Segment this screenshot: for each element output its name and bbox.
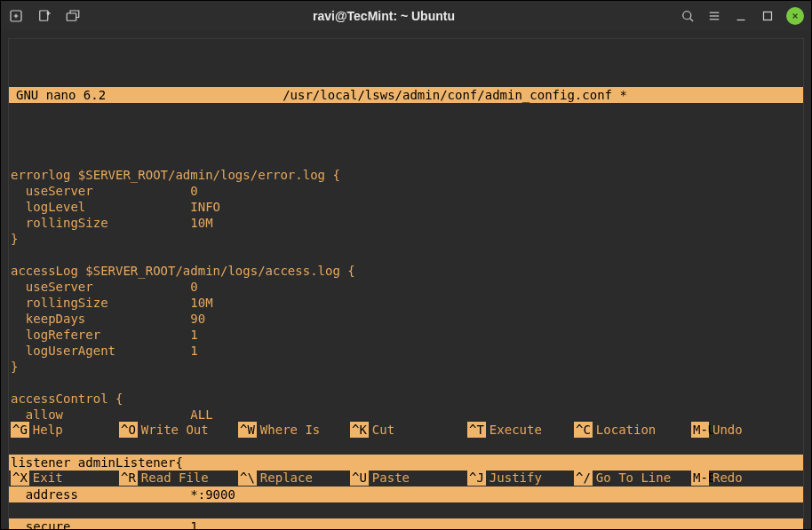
config-entry: useServer 0 <box>9 184 200 198</box>
shortcut-label: Redo <box>712 470 789 486</box>
svg-line-8 <box>690 19 693 21</box>
shortcut: ^OWrite Out <box>119 422 238 438</box>
shortcut: ^TExecute <box>467 422 574 438</box>
shortcut-key: ^J <box>467 470 486 486</box>
shortcut-label: Write Out <box>141 422 218 438</box>
nano-header: GNU nano 6.2 /usr/local/lsws/admin/conf/… <box>9 87 803 103</box>
new-window-icon[interactable] <box>36 8 52 24</box>
maximize-icon[interactable] <box>760 8 776 24</box>
section-header: accessLog $SERVER_ROOT/admin/logs/access… <box>9 264 357 278</box>
shortcut-label: Help <box>33 422 109 438</box>
close-brace: } <box>9 360 20 374</box>
shortcut-key: M-U <box>691 422 709 438</box>
blank-line <box>9 248 20 262</box>
shortcut-key: ^U <box>350 470 369 486</box>
config-entry: logReferer 1 <box>9 328 200 342</box>
nano-version: GNU nano 6.2 <box>11 87 108 103</box>
shortcut-label: Read File <box>141 470 218 486</box>
shortcut: ^WWhere Is <box>238 422 350 438</box>
menu-icon[interactable] <box>706 8 722 24</box>
highlighted-line: secure 1 <box>9 518 803 530</box>
shortcut: ^UPaste <box>350 470 467 486</box>
config-entry: rollingSize 10M <box>9 296 215 310</box>
shortcut-label: Paste <box>372 470 449 486</box>
minimize-icon[interactable] <box>733 8 749 24</box>
config-entry: rollingSize 10M <box>9 216 215 230</box>
svg-point-7 <box>683 12 691 20</box>
shortcut-key: M-E <box>691 470 709 486</box>
shortcut-key: ^R <box>119 470 138 486</box>
shortcut-key: ^C <box>574 422 593 438</box>
section-header: errorlog $SERVER_ROOT/admin/logs/error.l… <box>9 168 342 182</box>
window-titlebar: ravi@TecMint: ~ Ubuntu <box>1 1 811 31</box>
shortcut: ^/Go To Line <box>574 470 691 486</box>
config-entry: keepDays 90 <box>9 312 207 326</box>
search-icon[interactable] <box>680 8 696 24</box>
svg-rect-13 <box>764 12 772 20</box>
shortcut-label: Where Is <box>260 422 337 438</box>
shortcut-key: ^W <box>238 422 257 438</box>
close-brace: } <box>9 232 20 246</box>
blank-line <box>9 376 20 390</box>
shortcut-label: Justify <box>490 470 566 486</box>
terminal[interactable]: GNU nano 6.2 /usr/local/lsws/admin/conf/… <box>8 38 804 522</box>
shortcut-label: Execute <box>490 422 566 438</box>
shortcut-label: Location <box>596 422 673 438</box>
shortcut-label: Go To Line <box>596 470 673 486</box>
shortcut-label: Exit <box>33 470 109 486</box>
svg-rect-3 <box>40 11 48 20</box>
config-entry: logUserAgent 1 <box>9 344 200 358</box>
shortcut-key: ^X <box>11 470 29 486</box>
shortcut: ^CLocation <box>574 422 691 438</box>
shortcut: ^XExit <box>11 470 119 486</box>
svg-rect-6 <box>67 13 76 20</box>
shortcut-key: ^G <box>11 422 29 438</box>
shortcut-label: Cut <box>372 422 449 438</box>
shortcut: ^\Replace <box>238 470 350 486</box>
window-title: ravi@TecMint: ~ Ubuntu <box>115 9 653 23</box>
close-button[interactable] <box>786 7 804 25</box>
shortcut-label: Undo <box>712 422 789 438</box>
config-entry: logLevel INFO <box>9 200 222 214</box>
nano-shortcuts: ^GHelp^OWrite Out^WWhere Is^KCut^TExecut… <box>9 390 803 518</box>
shortcut: M-ERedo <box>691 470 762 486</box>
nano-filepath: /usr/local/lsws/admin/conf/admin_config.… <box>108 87 801 103</box>
config-entry: useServer 0 <box>9 280 200 294</box>
shortcut-key: ^T <box>467 422 486 438</box>
share-icon[interactable] <box>65 8 81 24</box>
shortcut-key: ^/ <box>574 470 593 486</box>
shortcut: ^RRead File <box>119 470 238 486</box>
shortcut-key: ^\ <box>238 470 257 486</box>
shortcut: ^JJustify <box>467 470 574 486</box>
shortcut: M-UUndo <box>691 422 762 438</box>
shortcut: ^GHelp <box>11 422 119 438</box>
shortcut-label: Replace <box>260 470 337 486</box>
new-tab-icon[interactable] <box>8 8 24 24</box>
shortcut: ^KCut <box>350 422 467 438</box>
shortcut-key: ^K <box>350 422 369 438</box>
shortcut-key: ^O <box>119 422 138 438</box>
